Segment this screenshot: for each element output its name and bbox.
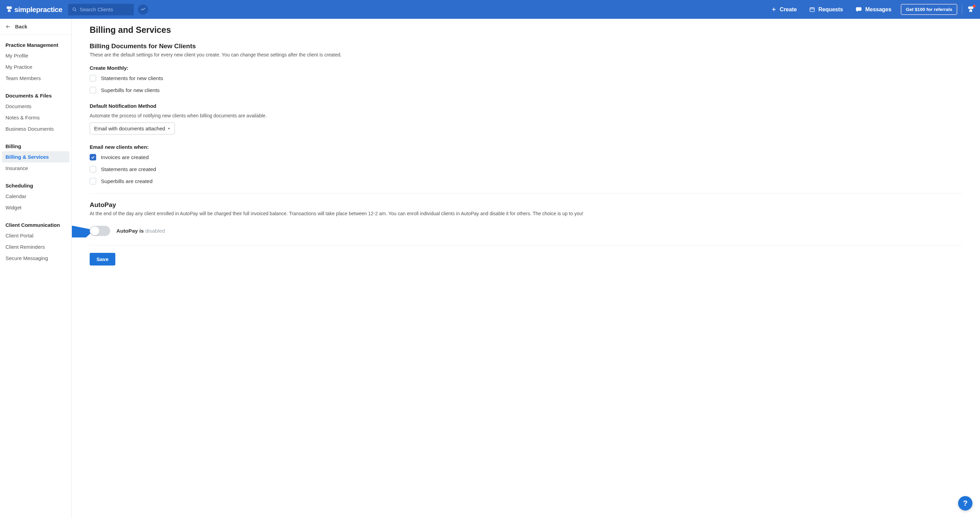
search-icon [72,7,77,12]
notification-method-select[interactable]: Email with documents attached [90,122,175,135]
divider [962,5,962,14]
sidebar-item-notes-forms[interactable]: Notes & Forms [0,112,72,123]
create-label: Create [780,6,797,13]
analytics-icon [140,7,146,12]
main-content: Billing and Services Billing Documents f… [72,19,980,518]
email-when-label: Email new clients when: [90,144,962,150]
checkbox-icon[interactable] [90,166,96,172]
create-monthly-label: Create Monthly: [90,65,962,71]
toggle-knob [90,227,99,235]
sidebar: Back Practice Management My Profile My P… [0,19,72,518]
search-input[interactable] [80,6,130,12]
svg-rect-4 [810,8,815,12]
chat-icon [856,6,862,13]
requests-button[interactable]: Requests [803,6,849,13]
sidebar-item-client-portal[interactable]: Client Portal [0,230,72,241]
back-button[interactable]: Back [0,24,72,35]
messages-label: Messages [865,6,892,13]
billing-docs-title: Billing Documents for New Clients [90,43,962,50]
divider [90,245,962,245]
autopay-label-prefix: AutoPay is [116,228,145,234]
checkbox-icon[interactable] [90,154,96,160]
notification-method-label: Default Notification Method [90,103,962,109]
arrow-left-icon [5,24,11,29]
page-title: Billing and Services [90,25,962,35]
checkbox-label: Superbills for new clients [101,87,159,94]
save-button[interactable]: Save [90,253,115,265]
sidebar-item-documents[interactable]: Documents [0,100,72,112]
sidebar-item-my-practice[interactable]: My Practice [0,61,72,73]
select-value: Email with documents attached [94,126,165,131]
checkbox-icon[interactable] [90,87,96,94]
back-label: Back [15,24,27,29]
create-button[interactable]: Create [765,6,803,13]
sidebar-section-billing: Billing [0,140,72,151]
messages-button[interactable]: Messages [849,6,898,13]
sidebar-section-client-communication: Client Communication [0,219,72,230]
autopay-toggle[interactable] [90,226,110,236]
account-button[interactable] [967,6,975,13]
autopay-title: AutoPay [90,201,962,209]
sidebar-item-team-members[interactable]: Team Members [0,73,72,84]
chevron-down-icon [167,127,170,130]
help-button[interactable]: ? [958,496,972,510]
brand-text: simplepractice [14,5,62,14]
billing-docs-desc: These are the default settings for every… [90,52,962,57]
divider [90,193,962,194]
checkbox-superbills-created[interactable]: Superbills are created [90,178,962,184]
autopay-state: disabled [145,228,165,234]
referral-label: Get $100 for referrals [906,7,952,12]
sidebar-section-documents-files: Documents & Files [0,89,72,100]
plus-icon [771,7,776,12]
notification-dot [973,5,975,8]
autopay-toggle-label: AutoPay is disabled [116,228,165,234]
topbar: simplepractice Create Requests Messages … [0,0,980,19]
butterfly-icon [5,6,13,13]
sidebar-item-calendar[interactable]: Calendar [0,191,72,202]
checkbox-superbills-new-clients[interactable]: Superbills for new clients [90,87,962,94]
checkbox-icon[interactable] [90,178,96,184]
checkbox-invoices-created[interactable]: Invoices are created [90,154,962,160]
checkbox-statements-created[interactable]: Statements are created [90,166,962,172]
referral-button[interactable]: Get $100 for referrals [901,4,957,15]
autopay-desc: At the end of the day any client enrolle… [90,211,962,216]
annotation-arrow-icon [72,226,91,237]
checkbox-statements-new-clients[interactable]: Statements for new clients [90,75,962,81]
checkbox-label: Statements are created [101,166,156,172]
checkbox-label: Superbills are created [101,178,153,184]
notification-method-desc: Automate the process of notifying new cl… [90,113,962,118]
sidebar-item-widget[interactable]: Widget [0,202,72,213]
sidebar-item-insurance[interactable]: Insurance [0,162,72,174]
sidebar-item-my-profile[interactable]: My Profile [0,50,72,61]
checkbox-label: Statements for new clients [101,75,163,81]
sidebar-section-scheduling: Scheduling [0,179,72,191]
sidebar-item-client-reminders[interactable]: Client Reminders [0,241,72,253]
svg-marker-9 [168,128,170,129]
checkbox-label: Invoices are created [101,154,149,160]
sidebar-item-secure-messaging[interactable]: Secure Messaging [0,253,72,264]
sidebar-item-billing-services[interactable]: Billing & Services [2,151,70,162]
calendar-icon [809,6,815,12]
svg-line-1 [75,10,76,11]
checkbox-icon[interactable] [90,75,96,81]
search-input-wrapper[interactable] [68,4,134,15]
svg-point-0 [73,8,76,10]
sidebar-section-practice-management: Practice Management [0,39,72,50]
requests-label: Requests [818,6,843,13]
analytics-button[interactable] [138,5,148,15]
brand-logo[interactable]: simplepractice [5,5,62,14]
sidebar-item-business-documents[interactable]: Business Documents [0,123,72,135]
